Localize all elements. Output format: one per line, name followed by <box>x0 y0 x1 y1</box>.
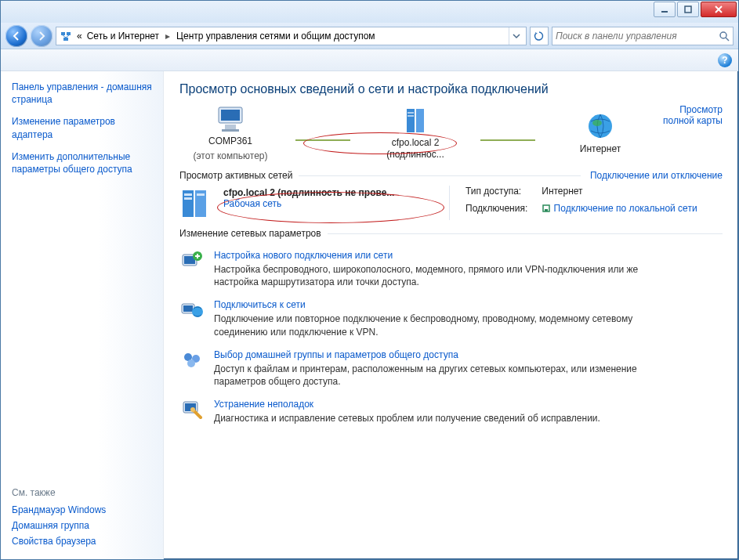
nav-back-button[interactable] <box>5 25 27 47</box>
page-title: Просмотр основных сведений о сети и наст… <box>179 82 723 96</box>
new-connection-icon <box>179 250 205 288</box>
svg-rect-2 <box>61 32 65 35</box>
svg-rect-3 <box>67 32 71 35</box>
divider <box>328 233 723 234</box>
body: Панель управления - домашняя страница Из… <box>1 71 738 559</box>
network-center-icon <box>60 30 72 42</box>
sidebar-link-home[interactable]: Панель управления - домашняя страница <box>12 81 152 106</box>
settings-item-troubleshoot[interactable]: Устранение неполадок Диагностика и испра… <box>179 399 723 425</box>
settings-item-desc: Доступ к файлам и принтерам, расположенн… <box>214 363 653 388</box>
svg-rect-0 <box>661 11 668 13</box>
sidebar: Панель управления - домашняя страница Из… <box>1 71 164 559</box>
divider <box>299 175 581 176</box>
sidebar-bottom: См. также Брандмауэр Windows Домашняя гр… <box>12 487 152 551</box>
connections-label: Подключения: <box>465 203 527 214</box>
svg-point-29 <box>192 306 203 317</box>
map-node-internet[interactable]: Интернет <box>549 112 651 155</box>
minimize-icon <box>661 5 668 13</box>
arrow-right-icon <box>36 31 47 42</box>
map-node1-sub: (этот компьютер) <box>194 150 268 162</box>
settings-item-title: Настройка нового подключения или сети <box>214 250 653 261</box>
svg-point-5 <box>720 32 726 38</box>
minimize-button[interactable] <box>654 2 676 17</box>
active-network-left: cfpo.local 2 (подлинность не прове... Ра… <box>179 186 438 220</box>
settings-item-title: Подключиться к сети <box>214 299 653 310</box>
map-connector <box>480 139 535 141</box>
map-connector <box>295 139 350 141</box>
map-actions: Просмотр полной карты <box>651 104 723 126</box>
address-bar[interactable]: « Сеть и Интернет ▸ Центр управления сет… <box>56 27 527 45</box>
svg-rect-10 <box>222 129 239 132</box>
svg-rect-20 <box>184 197 192 200</box>
map-node1-label: COMP361 <box>208 135 252 147</box>
troubleshoot-icon <box>179 399 205 425</box>
svg-point-16 <box>592 120 602 126</box>
server-tower-icon <box>400 106 430 134</box>
svg-rect-8 <box>221 110 240 121</box>
map-node2-label: cfpo.local 2 (подлиннос... <box>364 137 466 161</box>
address-dropdown[interactable] <box>509 27 523 45</box>
help-icon: ? <box>722 55 727 66</box>
map-node-this-pc[interactable]: COMP361 (этот компьютер) <box>179 104 281 162</box>
svg-rect-1 <box>685 6 691 13</box>
svg-point-15 <box>589 114 612 138</box>
help-button[interactable]: ? <box>718 53 732 67</box>
map-node-domain[interactable]: cfpo.local 2 (подлиннос... <box>364 106 466 161</box>
window-controls <box>654 2 737 17</box>
breadcrumb-level2[interactable]: Центр управления сетями и общим доступом <box>176 31 375 42</box>
access-type-value: Интернет <box>542 186 697 197</box>
titlebar <box>1 1 738 23</box>
see-also-firewall[interactable]: Брандмауэр Windows <box>12 504 152 515</box>
svg-rect-4 <box>63 38 68 41</box>
nav-row: « Сеть и Интернет ▸ Центр управления сет… <box>1 23 738 49</box>
svg-rect-23 <box>545 209 548 211</box>
globe-icon <box>586 112 614 140</box>
close-icon <box>714 5 723 13</box>
svg-rect-9 <box>225 125 236 129</box>
connect-disconnect-link[interactable]: Подключение или отключение <box>590 170 723 181</box>
sidebar-link-sharing[interactable]: Изменить дополнительные параметры общего… <box>12 150 152 175</box>
see-also-homegroup[interactable]: Домашняя группа <box>12 520 152 531</box>
computer-icon <box>214 104 247 132</box>
homegroup-icon <box>179 349 205 388</box>
sidebar-link-adapter[interactable]: Изменение параметров адаптера <box>12 115 152 140</box>
breadcrumb-back: « <box>77 31 82 42</box>
search-input[interactable] <box>556 31 719 42</box>
map-nodes: COMP361 (этот компьютер) cfpo.local 2 (п… <box>179 104 651 162</box>
search-box[interactable] <box>552 27 734 45</box>
view-full-map-link[interactable]: Просмотр полной карты <box>663 104 723 126</box>
settings-item-desc: Настройка беспроводного, широкополосного… <box>214 263 653 288</box>
connection-link[interactable]: Подключение по локальной сети <box>554 203 697 214</box>
work-network-icon <box>179 186 214 220</box>
active-network: cfpo.local 2 (подлинность не прове... Ра… <box>179 186 723 220</box>
breadcrumb-level1[interactable]: Сеть и Интернет <box>87 31 159 42</box>
svg-rect-28 <box>183 305 193 312</box>
settings-item-new-connection[interactable]: Настройка нового подключения или сети На… <box>179 250 723 288</box>
svg-rect-19 <box>184 193 192 196</box>
chevron-down-icon <box>513 32 520 40</box>
refresh-icon <box>534 31 545 42</box>
svg-point-32 <box>187 359 195 367</box>
window: « Сеть и Интернет ▸ Центр управления сет… <box>0 0 739 560</box>
toolbar: ? <box>1 49 738 71</box>
settings-item-connect[interactable]: Подключиться к сети Подключение или повт… <box>179 299 723 338</box>
maximize-icon <box>684 5 692 13</box>
active-network-type[interactable]: Рабочая сеть <box>223 198 281 209</box>
nav-forward-button[interactable] <box>31 25 53 47</box>
svg-rect-21 <box>197 193 205 196</box>
maximize-button[interactable] <box>677 2 699 17</box>
search-icon <box>719 31 730 42</box>
arrow-left-icon <box>11 31 22 42</box>
svg-rect-14 <box>408 115 414 117</box>
svg-rect-12 <box>416 109 424 132</box>
settings-item-homegroup[interactable]: Выбор домашней группы и параметров общег… <box>179 349 723 388</box>
svg-rect-13 <box>408 112 414 114</box>
close-button[interactable] <box>701 2 737 17</box>
access-type-label: Тип доступа: <box>465 186 527 197</box>
active-networks-header: Просмотр активных сетей Подключение или … <box>179 170 723 181</box>
content-pane: Просмотр основных сведений о сети и наст… <box>164 71 738 559</box>
see-also-browser[interactable]: Свойства браузера <box>12 536 152 547</box>
svg-point-35 <box>190 407 195 412</box>
refresh-button[interactable] <box>530 27 549 45</box>
settings-item-desc: Диагностика и исправление сетевых пробле… <box>214 412 600 425</box>
